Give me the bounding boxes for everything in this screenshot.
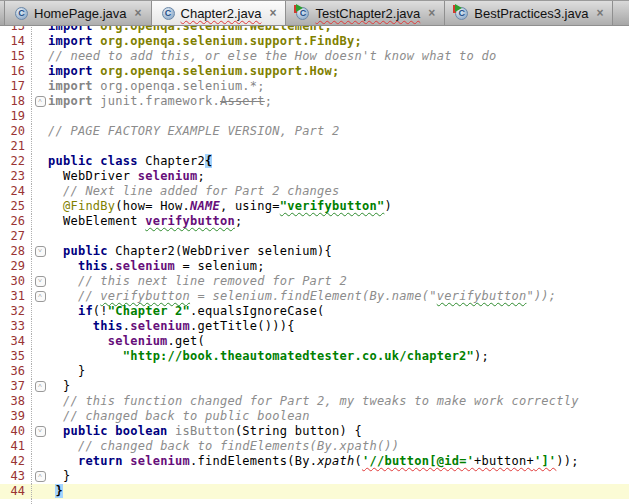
class-icon: C [161,6,176,21]
fold-gutter [32,229,48,244]
line-number: 28 [0,244,32,259]
fold-expand-icon[interactable]: ˅ [35,276,46,287]
fold-gutter [32,394,48,409]
code-line[interactable]: 27 [0,229,629,244]
fold-gutter [32,139,48,154]
fold-marker[interactable]: ˅ [32,424,48,439]
tab-homepage-java[interactable]: CHomePage.java× [4,1,152,25]
line-number: 26 [0,214,32,229]
code-line[interactable]: 41 // changed back to findElements(By.xp… [0,439,629,454]
code-text: import org.openqa.selenium.support.FindB… [48,34,629,49]
code-line[interactable]: 19 [0,109,629,124]
code-area: 13import org.openqa.selenium.WebElement;… [0,26,629,504]
code-line[interactable]: 34 selenium.get( [0,334,629,349]
fold-collapse-icon[interactable]: ˄ [35,291,46,302]
code-line[interactable]: 40˅ public boolean isButton(String butto… [0,424,629,439]
code-line[interactable]: 38 // this function changed for Part 2, … [0,394,629,409]
code-text: this.selenium = selenium; [48,259,629,274]
code-line[interactable]: 25 @FindBy(how= How.NAME, using="verifyb… [0,199,629,214]
code-line[interactable]: 28˅ public Chapter2(WebDriver selenium){ [0,244,629,259]
line-number: 21 [0,139,32,154]
editor[interactable]: 13import org.openqa.selenium.WebElement;… [0,26,629,504]
code-line[interactable]: 44 } [0,484,629,499]
code-line[interactable]: 23 WebDriver selenium; [0,169,629,184]
fold-gutter [32,214,48,229]
code-line[interactable] [0,499,629,504]
fold-gutter [32,409,48,424]
fold-expand-icon[interactable]: ˅ [35,426,46,437]
tab-label: BestPractices3.java [474,6,588,21]
code-line[interactable]: 43˄ } [0,469,629,484]
line-number: 40 [0,424,32,439]
fold-expand-icon[interactable]: ˅ [35,246,46,257]
code-line[interactable]: 36 } [0,364,629,379]
line-number: 16 [0,64,32,79]
code-text: selenium.get( [48,334,629,349]
fold-collapse-icon[interactable]: ˄ [35,381,46,392]
fold-gutter [32,364,48,379]
code-line[interactable]: 29 this.selenium = selenium; [0,259,629,274]
code-line[interactable]: 37˄ } [0,379,629,394]
code-line[interactable]: 20// PAGE FACTORY EXAMPLE VERSION, Part … [0,124,629,139]
code-line[interactable]: 18˄import junit.framework.Assert; [0,94,629,109]
line-number: 29 [0,259,32,274]
fold-marker[interactable]: ˅ [32,274,48,289]
code-text: public boolean isButton(String button) { [48,424,629,439]
fold-gutter [32,109,48,124]
line-number: 24 [0,184,32,199]
line-number: 32 [0,304,32,319]
code-line[interactable]: 21 [0,139,629,154]
close-icon[interactable]: × [428,7,435,19]
code-line[interactable]: 14import org.openqa.selenium.support.Fin… [0,34,629,49]
code-text: } [48,484,629,499]
code-line[interactable]: 24 // Next line added for Part 2 changes [0,184,629,199]
line-number: 27 [0,229,32,244]
fold-gutter [32,319,48,334]
code-line[interactable]: 26 WebElement verifybutton; [0,214,629,229]
line-number: 34 [0,334,32,349]
fold-gutter [32,199,48,214]
tab-bestpractices3-java[interactable]: CBestPractices3.java× [445,1,613,25]
close-icon[interactable]: × [596,7,603,19]
code-line[interactable]: 39 // changed back to public boolean [0,409,629,424]
tab-chapter2-java[interactable]: CChapter2.java× [152,1,287,25]
tab-testchapter2-java[interactable]: CTestChapter2.java× [286,1,445,25]
code-line[interactable]: 13import org.openqa.selenium.WebElement; [0,26,629,34]
fold-gutter [32,79,48,94]
code-text: // verifybutton = selenium.findElement(B… [48,289,629,304]
fold-gutter [32,64,48,79]
code-line[interactable]: 31˄ // verifybutton = selenium.findEleme… [0,289,629,304]
code-line[interactable]: 15// need to add this, or else the How d… [0,49,629,64]
code-line[interactable]: 33 this.selenium.getTitle())){ [0,319,629,334]
line-number: 13 [0,26,32,34]
fold-marker[interactable]: ˄ [32,469,48,484]
fold-marker[interactable]: ˄ [32,289,48,304]
code-line[interactable]: 30˅ // this next line removed for Part 2 [0,274,629,289]
code-text: this.selenium.getTitle())){ [48,319,629,334]
fold-marker[interactable]: ˅ [32,244,48,259]
code-text: public class Chapter2{ [48,154,629,169]
fold-marker[interactable]: ˄ [32,94,48,109]
line-number: 39 [0,409,32,424]
line-number: 36 [0,364,32,379]
ide-editor-window: CHomePage.java×CChapter2.java×CTestChapt… [0,0,629,504]
fold-collapse-icon[interactable]: ˄ [35,96,46,107]
code-line[interactable]: 17import org.openqa.selenium.*; [0,79,629,94]
code-line[interactable]: 32 if(!"Chapter 2".equalsIgnoreCase( [0,304,629,319]
code-line[interactable]: 42 return selenium.findElements(By.xpath… [0,454,629,469]
fold-marker[interactable]: ˄ [32,379,48,394]
code-line[interactable]: 16import org.openqa.selenium.support.How… [0,64,629,79]
code-text: import org.openqa.selenium.WebElement; [48,26,629,34]
line-number: 18 [0,94,32,109]
code-line[interactable]: 22public class Chapter2{ [0,154,629,169]
code-line[interactable]: 35 "http://book.theautomatedtester.co.uk… [0,349,629,364]
code-text: if(!"Chapter 2".equalsIgnoreCase( [48,304,629,319]
fold-collapse-icon[interactable]: ˄ [35,471,46,482]
fold-gutter [32,454,48,469]
tab-label: HomePage.java [34,6,127,21]
line-number: 17 [0,79,32,94]
close-icon[interactable]: × [135,7,142,19]
close-icon[interactable]: × [269,7,276,19]
line-number: 43 [0,469,32,484]
line-number: 25 [0,199,32,214]
